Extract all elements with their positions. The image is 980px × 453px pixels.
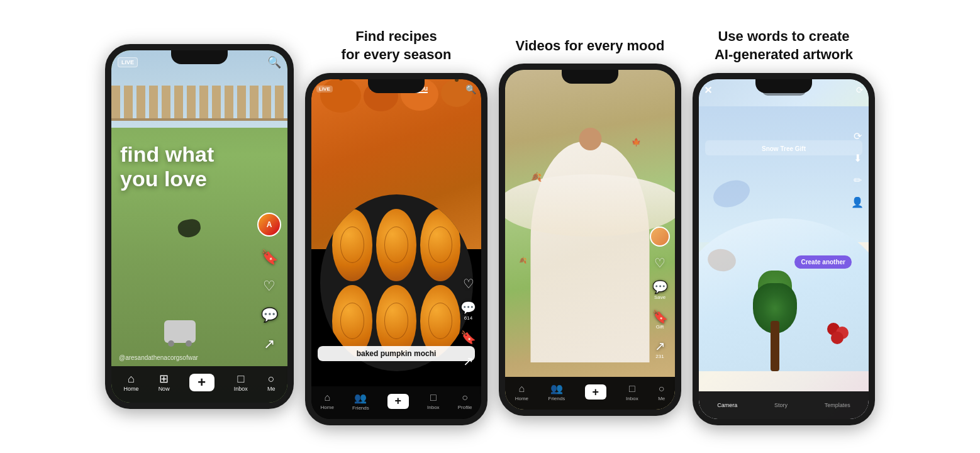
username: @aresandathenacorgsofwar xyxy=(119,354,198,361)
download-icon[interactable]: ⬇ xyxy=(854,152,862,164)
tree xyxy=(750,245,800,371)
nav-inbox-label: Inbox xyxy=(234,386,248,392)
nav-home-label: Home xyxy=(124,386,139,392)
nav-home[interactable]: ⌂ Home xyxy=(124,373,139,392)
home-icon-3: ⌂ xyxy=(519,383,525,394)
now-icon: ⊞ xyxy=(159,373,169,384)
mochi-2 xyxy=(376,209,416,281)
friends-icon: 👥 xyxy=(354,392,367,404)
bnd-inbox[interactable]: □ Inbox xyxy=(427,392,440,410)
avatar-3 xyxy=(650,226,670,247)
gallery: LIVE 🔍 find what you love A xyxy=(0,0,980,453)
bnd-me-3[interactable]: ○ Me xyxy=(658,383,665,401)
phone-1-screen: LIVE 🔍 find what you love A xyxy=(111,50,287,403)
tab-camera[interactable]: Camera xyxy=(717,402,737,408)
mochi-1 xyxy=(332,209,372,281)
search-icon[interactable]: 🔍 xyxy=(267,55,281,69)
bnd-friends[interactable]: 👥 Friends xyxy=(352,392,369,411)
phone3-side-icons: ♡ 💬 Save 🔖 Gift ↗ 231 xyxy=(650,226,670,359)
nav-create[interactable]: + xyxy=(189,374,214,391)
card-3: Videos for every mood 🍂 🍁 🍂 xyxy=(499,37,681,417)
phone4-right-icons: ⟳ ⬇ ✏ 👤 xyxy=(851,130,864,208)
bookmark-icon-2[interactable]: 🔖 xyxy=(460,330,476,344)
phone-4: Create another ✕ ♪ Add sound ⟳ xyxy=(693,73,875,425)
add-sound-label[interactable]: Add sound xyxy=(773,87,800,93)
tab-templates[interactable]: Templates xyxy=(825,402,850,408)
nav-now[interactable]: ⊞ Now xyxy=(159,373,170,392)
berries xyxy=(831,332,844,344)
heart-icon-3[interactable]: ♡ xyxy=(654,256,665,270)
phone-3-screen: 🍂 🍁 🍂 ♡ 💬 Save xyxy=(505,70,675,410)
card-2-caption: Find recipes for every season xyxy=(342,28,452,64)
phone1-topbar: LIVE 🔍 xyxy=(118,55,281,69)
card-4: Use words to create AI-generated artwork xyxy=(693,28,875,425)
home-icon-2: ⌂ xyxy=(324,392,330,403)
lawnmower xyxy=(164,320,196,343)
create-btn-3[interactable]: + xyxy=(585,384,606,400)
bnd-friends-3[interactable]: 👥 Friends xyxy=(548,383,565,401)
video-label: baked pumpkin mochi xyxy=(318,346,475,361)
bottom-nav-3: ⌂ Home 👥 Friends + □ Inbox xyxy=(505,377,675,410)
me-icon-3: ○ xyxy=(659,383,665,394)
bnd-home[interactable]: ⌂ Home xyxy=(321,392,334,410)
phone-2-screen: LIVE Following For You 🔍 ♡ 💬 614 xyxy=(311,79,481,419)
right-sidebar: A 🔖 ♡ 💬 ↗ xyxy=(257,213,281,352)
woman-figure xyxy=(531,142,650,362)
hero-text: find what you love xyxy=(120,142,214,191)
effects-icon[interactable]: ✏ xyxy=(854,174,862,186)
bnd-inbox-3[interactable]: □ Inbox xyxy=(626,383,638,401)
inbox-icon-3: □ xyxy=(629,383,635,394)
bnd-create-3[interactable]: + xyxy=(585,384,606,400)
bnd-create[interactable]: + xyxy=(387,394,409,409)
bookmark-icon[interactable]: 🔖 xyxy=(261,249,278,266)
search-icon-2[interactable]: 🔍 xyxy=(465,84,476,94)
create-another-button[interactable]: Create another xyxy=(794,255,852,269)
nav-now-label: Now xyxy=(159,386,170,392)
nav-me[interactable]: ○ Me xyxy=(267,373,276,392)
card-4-caption: Use words to create AI-generated artwork xyxy=(715,28,853,64)
heart-icon-2[interactable]: ♡ xyxy=(463,276,474,291)
tab-foryou[interactable]: For You xyxy=(404,85,428,93)
flip-icon[interactable]: ⟳ xyxy=(856,85,864,95)
home-icon: ⌂ xyxy=(128,373,135,384)
nav-me-label: Me xyxy=(267,386,276,392)
phone-3: 🍂 🍁 🍂 ♡ 💬 Save xyxy=(499,64,681,416)
phone-4-screen: Create another ✕ ♪ Add sound ⟳ xyxy=(699,79,869,419)
bookmark-icon-3[interactable]: 🔖 xyxy=(652,310,668,323)
tab-story[interactable]: Story xyxy=(774,402,788,408)
phone2-topnav: LIVE Following For You 🔍 xyxy=(316,84,476,94)
phone-1: LIVE 🔍 find what you love A xyxy=(105,44,294,409)
leaf-1: 🍂 xyxy=(531,172,542,182)
bottom-nav-2: ⌂ Home 👥 Friends + □ Inbox xyxy=(311,386,481,419)
comment-icon-2[interactable]: 💬 xyxy=(460,301,476,315)
create-button[interactable]: + xyxy=(189,374,214,391)
comment-icon-3[interactable]: 💬 xyxy=(652,280,668,294)
create-btn-2[interactable]: + xyxy=(387,394,409,409)
leaf-2: 🍁 xyxy=(632,138,641,147)
card-2: Find recipes for every season xyxy=(305,28,487,425)
card-3-caption: Videos for every mood xyxy=(516,37,665,55)
phone4-bottombar: Camera Story Templates xyxy=(699,391,869,419)
phone-2: LIVE Following For You 🔍 ♡ 💬 614 xyxy=(305,73,487,425)
leaf-3: 🍂 xyxy=(519,257,526,264)
flip-icon-2[interactable]: ⟳ xyxy=(854,130,862,142)
bnd-home-3[interactable]: ⌂ Home xyxy=(515,383,528,401)
close-icon[interactable]: ✕ xyxy=(704,84,712,96)
profile-icon: ○ xyxy=(462,392,468,403)
comment-icon[interactable]: 💬 xyxy=(261,307,278,323)
tab-following[interactable]: Following xyxy=(370,85,400,93)
live-badge: LIVE xyxy=(118,57,138,67)
bnd-profile[interactable]: ○ Profile xyxy=(458,392,472,410)
share-icon-3[interactable]: ↗ xyxy=(655,339,665,353)
ai-title: Snow Tree Gift xyxy=(705,140,862,155)
friends-icon-3: 👥 xyxy=(550,383,563,394)
inbox-icon: □ xyxy=(237,373,244,384)
heart-icon[interactable]: ♡ xyxy=(263,278,276,294)
share-icon[interactable]: ↗ xyxy=(264,336,275,352)
mochi-tray xyxy=(320,194,473,371)
inbox-icon-2: □ xyxy=(430,392,437,403)
nav-inbox[interactable]: □ Inbox xyxy=(234,373,248,392)
card-1: LIVE 🔍 find what you love A xyxy=(105,44,294,409)
sticker-icon[interactable]: 👤 xyxy=(851,196,864,208)
music-note-icon: ♪ xyxy=(767,87,771,94)
